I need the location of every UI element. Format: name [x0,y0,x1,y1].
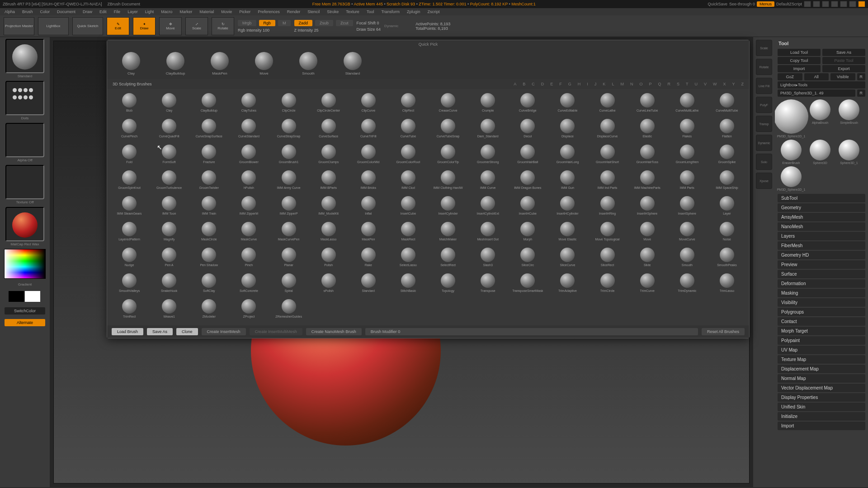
alpha-filter-A[interactable]: A [514,82,516,86]
rgb-intensity-slider[interactable]: Rgb Intensity 100 [238,28,291,33]
alpha-thumb[interactable] [5,123,44,157]
menu-zplugin[interactable]: Zplugin [407,9,420,14]
brush-snakehook[interactable]: SnakeHook [150,272,189,297]
brush-blob[interactable]: Blob [110,92,149,117]
brush-clipcircle[interactable]: ClipCircle [269,92,308,117]
menu-picker[interactable]: Picker [239,9,250,14]
brush-imm-parts[interactable]: IMM Parts [668,169,707,194]
alpha-filter-G[interactable]: G [568,82,571,86]
current-tool-name[interactable]: PM3D_Sphere3D_1. 49 [778,89,855,97]
brush-imm-steamgears[interactable]: IMM SteamGears [110,195,149,220]
menu-layer[interactable]: Layer [127,9,138,14]
canvas-tool-rotate[interactable]: Rotate [756,59,772,75]
draw-size-slider[interactable]: Draw Size 64 [357,27,381,32]
accordion-morph-target[interactable]: Morph Target [778,327,865,335]
brush-curvestandard[interactable]: CurveStandard [229,117,268,142]
canvas-tool-line-fill[interactable]: Line Fill [756,78,772,94]
brush-softclay[interactable]: SoftClay [189,272,228,297]
brush-formsoft[interactable]: FormSoft [150,143,189,168]
brush-planar[interactable]: Planar [269,246,308,271]
brush-trimcurve[interactable]: TrimCurve [628,272,667,297]
z-intensity-slider[interactable]: Z Intensity 25 [294,28,353,33]
brush-inserthsphere[interactable]: InsertHSphere [628,195,667,220]
brush-curvequadfill[interactable]: CurveQuadFill [150,117,189,142]
brush-imm-clothing-hardw[interactable]: IMM Clothing HardW [429,169,467,194]
menu-light[interactable]: Light [145,9,154,14]
alpha-filter-S[interactable]: S [677,82,679,86]
brush-maskcircle[interactable]: MaskCircle [189,221,228,245]
reset-brushes-button[interactable]: Reset All Brushes [702,328,745,335]
brush-claytubes[interactable]: ClayTubes [229,92,268,117]
accordion-polypaint[interactable]: Polypaint [778,336,865,345]
tool-thumb-eraserbrush[interactable]: EraserBrush [778,140,805,164]
canvas-tool-xpose[interactable]: Xpose [756,173,772,189]
accordion-subtool[interactable]: SubTool [778,194,865,202]
brush-imm-toon[interactable]: IMM Toon [150,195,189,220]
brush-displace[interactable]: Displace [548,117,587,142]
brush-selectlasso[interactable]: SelectLasso [389,246,428,271]
brush-curvemultilathe[interactable]: CurveMultiLathe [668,92,707,117]
brush-stitchbasic[interactable]: StitchBasic [389,272,428,297]
material-thumb[interactable] [5,207,44,241]
alpha-filter-L[interactable]: L [612,82,614,86]
brush-morph[interactable]: Morph [508,221,547,245]
brush-groomlengthen[interactable]: GroomLengthen [668,143,707,168]
m-button[interactable]: M [278,20,291,26]
brush-insertsphere[interactable]: InsertSphere [668,195,707,220]
accordion-geometry[interactable]: Geometry [778,203,865,212]
clone-brush-button[interactable]: Clone [176,328,198,335]
lightbox-button[interactable]: LightBox [38,17,69,35]
brush-smooth[interactable]: Smooth [668,246,707,271]
tool-thumb-alphabrush[interactable]: AlphaBrush [807,99,834,138]
menu-render[interactable]: Render [287,9,301,14]
brush-meshinsert-dot[interactable]: MeshInsert Dot [468,221,507,245]
brush-trimdynamic[interactable]: TrimDynamic [668,272,707,297]
brush-smoothpeaks[interactable]: SmoothPeaks [708,246,746,271]
menu-color[interactable]: Color [40,9,50,14]
alternate-button[interactable]: Alternate [5,319,45,326]
brush-move-elastic[interactable]: Move Elastic [548,221,587,245]
goz-button[interactable]: GoZ [778,73,802,80]
brush-curvesurface[interactable]: CurveSurface [309,117,348,142]
saveas-tool-button[interactable]: Save As [822,49,865,56]
brush-inserthcube[interactable]: InsertHCube [508,195,547,220]
brush-groomhairtoss[interactable]: GroomHairToss [628,143,667,168]
alpha-filter-Z[interactable]: Z [741,82,744,86]
brush-spolish[interactable]: sPolish [309,272,348,297]
brush-thumb[interactable] [5,39,44,73]
draw-button[interactable]: ✦Draw [133,17,156,35]
rotate-button[interactable]: ↻Rotate [212,17,234,35]
brush-weave1[interactable]: Weave1 [150,298,189,323]
quick-brush-claybuildup[interactable]: ClayBuildup [162,52,189,75]
brush-curvebridge[interactable]: CurveBridge [508,92,547,117]
accordion-fibermesh[interactable]: FiberMesh [778,241,865,250]
tool-thumb-simplebrush[interactable]: SimpleBrush [835,99,863,138]
dynamic-label[interactable]: Dynamic [384,24,398,28]
brush-zmodeler[interactable]: ZModeler [189,298,228,323]
brush-imm-machineparts[interactable]: IMM MachineParts [628,169,667,194]
brush-displacecurve[interactable]: DisplaceCurve [588,117,627,142]
quick-brush-standard[interactable]: Standard [340,52,366,75]
brush-inserthring[interactable]: InsertHRing [588,195,627,220]
brush-imm-zipperp[interactable]: IMM ZipperP [269,195,308,220]
brush-curvemultitube[interactable]: CurveMultiTube [708,92,746,117]
alpha-filter-H[interactable]: H [578,82,581,86]
zadd-button[interactable]: Zadd [294,20,313,26]
brush-transposesmartmask[interactable]: TransposeSmartMask [508,272,547,297]
accordion-normal-map[interactable]: Normal Map [778,374,865,383]
quick-brush-smooth[interactable]: Smooth [295,52,321,75]
brush-groomblower[interactable]: GroomBlower [229,143,268,168]
tool-thumb-sphere3d[interactable]: Sphere3D [807,140,834,164]
accordion-import[interactable]: Import [778,422,865,430]
help-icon[interactable] [804,1,811,7]
brush-movecurve[interactable]: MoveCurve [668,221,707,245]
brush-imm-army-curve[interactable]: IMM Army Curve [269,169,308,194]
load-tool-button[interactable]: Load Tool [778,49,821,56]
lightbox-tools-link[interactable]: Lightbox▸Tools [778,81,865,89]
min-icon[interactable] [813,1,820,7]
brush-move-topological[interactable]: Move Topological [588,221,627,245]
menu-transform[interactable]: Transform [381,9,400,14]
alpha-filter-J[interactable]: J [594,82,597,86]
menu-tool[interactable]: Tool [367,9,374,14]
brush-hpolish[interactable]: hPolish [229,169,268,194]
